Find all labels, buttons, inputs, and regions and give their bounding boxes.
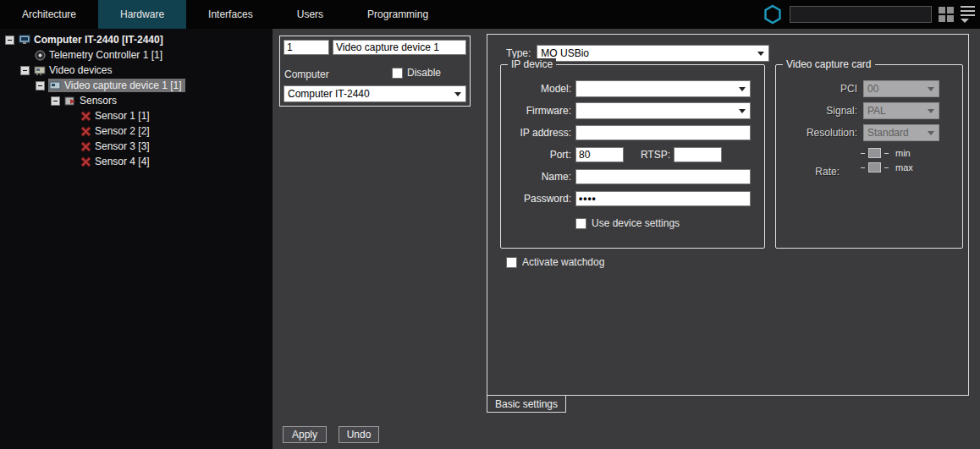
resolution-select-value: Standard — [867, 127, 909, 139]
menu-programming[interactable]: Programming — [345, 0, 450, 29]
rate-label: Rate: — [776, 163, 840, 180]
tree-item-video-capture-device[interactable]: Video capture device 1 [1] — [0, 78, 273, 93]
firmware-select[interactable] — [575, 102, 751, 119]
port-label: Port: — [501, 146, 571, 163]
tree-item-label: Sensor 1 [1] — [95, 110, 150, 122]
resolution-label: Resolution: — [776, 124, 857, 141]
topbar-right-controls — [763, 0, 975, 29]
computer-select-value: Computer IT-2440 — [288, 88, 370, 100]
model-select[interactable] — [575, 80, 751, 97]
chevron-down-icon — [739, 87, 746, 91]
rtsp-label: RTSP: — [630, 146, 670, 163]
rate-min-label: min — [895, 148, 911, 158]
password-label: Password: — [501, 190, 571, 207]
signal-select: PAL — [863, 102, 939, 119]
menu-architecture[interactable]: Architecture — [0, 0, 98, 29]
grid-layout-icon[interactable] — [939, 7, 954, 22]
chevron-down-icon — [739, 109, 746, 113]
ip-address-label: IP address: — [501, 124, 571, 141]
undo-button[interactable]: Undo — [339, 426, 379, 443]
object-tree-panel: Computer IT-2440 [IT-2440] Telemetry Con… — [0, 29, 273, 449]
search-input[interactable] — [790, 6, 932, 23]
tab-basic-settings[interactable]: Basic settings — [487, 395, 566, 413]
collapse-toggle-icon[interactable] — [20, 66, 30, 75]
chevron-down-icon — [928, 87, 934, 91]
ip-address-input[interactable] — [575, 125, 751, 140]
rate-max-label: max — [895, 162, 913, 172]
video-capture-device-icon — [49, 80, 61, 91]
resolution-select: Standard — [863, 124, 939, 141]
name-label: Name: — [501, 168, 571, 185]
password-input[interactable] — [575, 191, 751, 206]
tree-item-label: Sensor 4 [4] — [95, 156, 150, 167]
menu-interfaces[interactable]: Interfaces — [186, 0, 275, 29]
menu-users[interactable]: Users — [275, 0, 345, 29]
app-window: Architecture Hardware Interfaces Users P… — [0, 0, 980, 449]
tree-item-telemetry-controller[interactable]: Telemetry Controller 1 [1] — [0, 47, 273, 63]
port-input[interactable] — [575, 147, 624, 162]
tab-basic-settings-label: Basic settings — [495, 398, 558, 410]
ip-device-group-title: IP device — [508, 58, 556, 70]
computer-select[interactable]: Computer IT-2440 — [284, 85, 466, 102]
video-capture-card-group: Video capture card PCI 00 Signal: PAL Re… — [775, 64, 963, 249]
tree-item-label: Telemetry Controller 1 [1] — [49, 49, 162, 61]
object-name-input[interactable] — [333, 40, 466, 55]
rate-max-thumb[interactable] — [868, 162, 881, 172]
pci-select-value: 00 — [867, 83, 878, 95]
hamburger-menu-icon[interactable] — [961, 6, 975, 23]
tree-item-label: Video capture device 1 [1] — [64, 79, 182, 91]
menu-hardware[interactable]: Hardware — [98, 0, 186, 29]
tree-item-sensor-3[interactable]: Sensor 3 [3] — [0, 139, 273, 154]
object-id-input[interactable] — [284, 40, 329, 55]
video-devices-icon — [34, 65, 46, 76]
computer-icon — [19, 35, 30, 46]
sensors-group-icon — [64, 96, 76, 107]
tree-item-sensor-1[interactable]: Sensor 1 [1] — [0, 108, 273, 123]
activate-watchdog-checkbox[interactable] — [506, 257, 517, 268]
apply-button[interactable]: Apply — [283, 426, 327, 443]
disable-checkbox[interactable] — [392, 68, 403, 79]
chevron-down-icon — [928, 109, 934, 113]
settings-panel: Type: MO USBio IP device Model: Firmware… — [487, 34, 969, 396]
signal-select-value: PAL — [867, 105, 886, 117]
hexagon-logo-icon — [763, 3, 783, 25]
signal-label: Signal: — [776, 102, 857, 119]
tree-item-sensors[interactable]: Sensors — [0, 93, 273, 108]
ip-device-group: IP device Model: Firmware: IP address: P… — [500, 64, 765, 249]
sensor-icon — [80, 126, 91, 137]
chevron-down-icon — [757, 52, 764, 56]
type-select-value: MO USBio — [541, 47, 589, 59]
tree-item-video-devices[interactable]: Video devices — [0, 63, 273, 78]
chevron-down-icon — [928, 131, 934, 135]
rate-slider[interactable]: min max — [861, 148, 913, 172]
object-header-box: Computer Disable Computer IT-2440 — [279, 36, 471, 107]
type-select[interactable]: MO USBio — [537, 45, 769, 62]
sensor-icon — [80, 141, 91, 152]
rtsp-port-input[interactable] — [674, 147, 722, 162]
top-menu-bar: Architecture Hardware Interfaces Users P… — [0, 0, 980, 29]
tree-item-sensor-2[interactable]: Sensor 2 [2] — [0, 123, 273, 139]
collapse-toggle-icon[interactable] — [5, 36, 14, 45]
tree-item-label: Sensor 3 [3] — [95, 140, 150, 152]
tree-item-label: Sensors — [80, 95, 117, 107]
tree-item-label: Video devices — [49, 64, 113, 76]
tree-item-computer[interactable]: Computer IT-2440 [IT-2440] — [0, 32, 273, 47]
disable-label: Disable — [407, 67, 441, 79]
chevron-down-icon — [454, 92, 461, 96]
computer-label: Computer — [284, 68, 329, 80]
firmware-label: Firmware: — [501, 102, 571, 119]
model-label: Model: — [501, 80, 571, 97]
collapse-toggle-icon[interactable] — [51, 96, 60, 106]
telemetry-controller-icon — [34, 50, 46, 61]
sensor-icon — [80, 111, 91, 122]
type-label: Type: — [506, 47, 531, 59]
rate-min-thumb[interactable] — [868, 148, 881, 158]
login-name-input[interactable] — [575, 169, 751, 184]
tree-item-sensor-4[interactable]: Sensor 4 [4] — [0, 154, 273, 169]
collapse-toggle-icon[interactable] — [36, 81, 45, 90]
use-device-settings-checkbox[interactable] — [575, 218, 586, 229]
sensor-icon — [80, 156, 91, 167]
tree-item-label: Sensor 2 [2] — [95, 125, 150, 137]
activate-watchdog-label: Activate watchdog — [522, 256, 604, 268]
pci-label: PCI — [776, 80, 857, 97]
